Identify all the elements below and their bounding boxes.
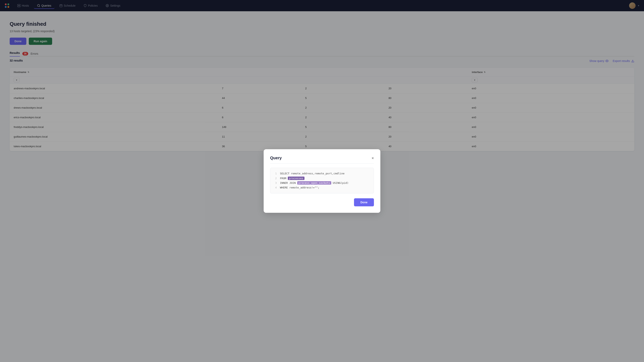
code-line-2: 2 FROM processes — [274, 176, 370, 181]
code-line-1: 1 SELECT remote_address,remote_port,cmdl… — [274, 171, 370, 176]
modal-close-button[interactable]: × — [372, 156, 374, 160]
code-line-4: 4 WHERE remote_address!=""; — [274, 185, 370, 190]
code-block: 1 SELECT remote_address,remote_port,cmdl… — [270, 168, 374, 193]
modal-done-button[interactable]: Done — [354, 198, 374, 206]
modal-title: Query — [270, 156, 282, 160]
modal-overlay[interactable]: Query × 1 SELECT remote_address,remote_p… — [0, 0, 644, 362]
modal-footer: Done — [270, 198, 374, 206]
query-modal: Query × 1 SELECT remote_address,remote_p… — [264, 149, 380, 213]
modal-header: Query × — [270, 156, 374, 164]
code-line-3: 3 INNER JOIN process_open_sockets USING(… — [274, 181, 370, 185]
